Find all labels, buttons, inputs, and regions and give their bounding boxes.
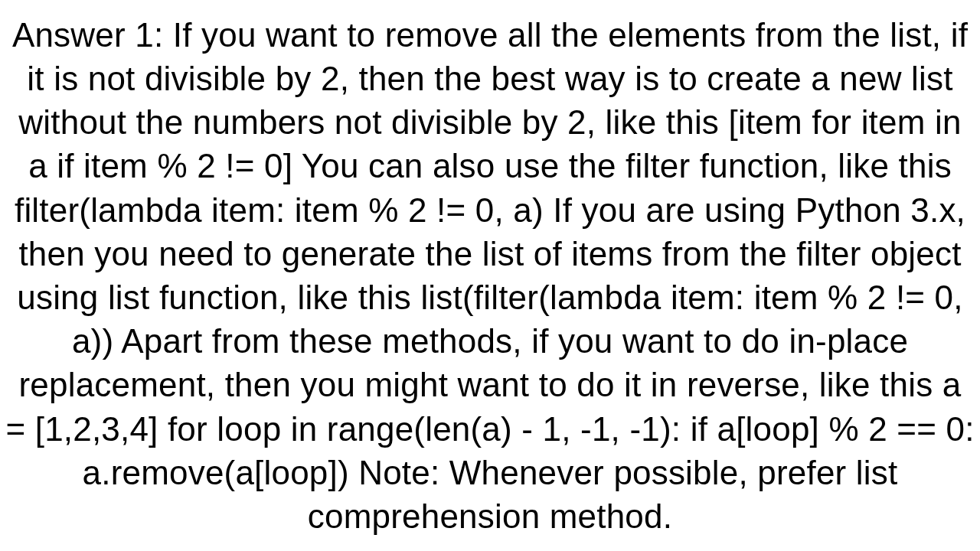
answer-body-text: Answer 1: If you want to remove all the … xyxy=(0,13,980,538)
document-page: Answer 1: If you want to remove all the … xyxy=(0,0,980,551)
